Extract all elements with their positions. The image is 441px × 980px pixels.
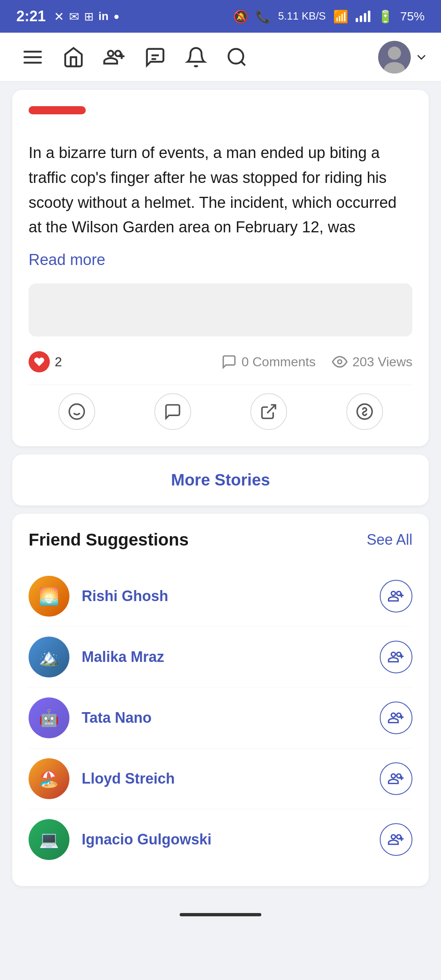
user-profile-button[interactable] — [378, 41, 429, 74]
post-image-placeholder — [29, 283, 412, 336]
add-friend-button-2[interactable] — [380, 641, 412, 673]
status-time: 2:21 — [16, 8, 46, 25]
post-stats: 2 0 Comments 203 Views — [29, 351, 412, 372]
add-friend-button-4[interactable] — [380, 762, 412, 795]
post-card: In a bizarre turn of events, a man ended… — [12, 90, 429, 446]
battery-icon: 🔋 — [378, 9, 393, 24]
status-right-icons: 🔕 📞 5.11 KB/S 📶 🔋 75% — [233, 9, 425, 24]
friend-item: 🏖️ Lloyd Streich — [29, 748, 412, 809]
friend-avatar: 🌅 — [29, 576, 69, 617]
friend-avatar-img: 🏔️ — [29, 637, 69, 677]
read-more-link[interactable]: Read more — [29, 251, 412, 269]
add-friend-button-1[interactable] — [380, 580, 412, 612]
friend-avatar-img: 💻 — [29, 819, 69, 860]
post-body: In a bizarre turn of events, a man ended… — [29, 140, 412, 240]
chat-button[interactable] — [135, 37, 176, 78]
phone-icon: 📞 — [256, 9, 271, 24]
friend-avatar-img: 🤖 — [29, 697, 69, 738]
svg-point-10 — [338, 360, 342, 364]
tip-button[interactable] — [346, 393, 383, 430]
see-all-button[interactable]: See All — [367, 531, 412, 548]
friends-list: 🌅 Rishi Ghosh 🏔️ Malika Mraz — [29, 566, 412, 870]
comments-stat: 0 Comments — [221, 354, 316, 370]
menu-button[interactable] — [12, 37, 53, 78]
comment-button[interactable] — [154, 393, 191, 430]
add-friend-button-5[interactable] — [380, 823, 412, 856]
add-friend-button-3[interactable] — [380, 702, 412, 734]
add-friend-button[interactable] — [94, 37, 135, 78]
svg-point-5 — [229, 49, 243, 63]
friend-item: 🤖 Tata Nano — [29, 688, 412, 748]
post-tag — [29, 106, 86, 114]
views-count: 203 Views — [352, 354, 412, 370]
friend-name: Lloyd Streich — [82, 770, 380, 787]
svg-line-14 — [267, 405, 275, 413]
friend-name: Ignacio Gulgowski — [82, 831, 380, 848]
friend-avatar: 🏖️ — [29, 758, 69, 799]
home-indicator — [0, 902, 441, 927]
more-stories-section: More Stories — [12, 454, 429, 506]
grid-icon: ⊞ — [84, 10, 94, 23]
x-icon: ✕ — [54, 9, 64, 24]
svg-point-8 — [388, 47, 401, 60]
nav-bar — [0, 33, 441, 82]
post-actions — [29, 385, 412, 430]
user-avatar — [378, 41, 411, 74]
linkedin-icon: in — [98, 10, 109, 23]
email-icon: ✉ — [69, 9, 79, 24]
friend-avatar: 🏔️ — [29, 637, 69, 677]
svg-line-6 — [241, 61, 245, 65]
likes-count: 2 — [55, 354, 62, 370]
friend-suggestions-section: Friend Suggestions See All 🌅 Rishi Ghosh… — [12, 514, 429, 886]
battery-level: 75% — [400, 9, 425, 23]
friend-suggestions-header: Friend Suggestions See All — [29, 530, 412, 550]
friend-item: 🏔️ Malika Mraz — [29, 627, 412, 688]
comments-count: 0 Comments — [242, 354, 316, 370]
friend-name: Tata Nano — [82, 709, 380, 726]
friend-avatar-img: 🏖️ — [29, 758, 69, 799]
status-bar: 2:21 ✕ ✉ ⊞ in ● 🔕 📞 5.11 KB/S 📶 🔋 75% — [0, 0, 441, 33]
friend-name: Malika Mraz — [82, 648, 380, 666]
search-button[interactable] — [216, 37, 257, 78]
mute-icon: 🔕 — [233, 9, 248, 24]
emoji-reaction-button[interactable] — [58, 393, 95, 430]
status-icons: ✕ ✉ ⊞ in ● — [54, 9, 119, 24]
friend-suggestions-title: Friend Suggestions — [29, 530, 189, 550]
friend-item: 🌅 Rishi Ghosh — [29, 566, 412, 627]
heart-icon — [29, 351, 50, 372]
chevron-down-icon — [414, 50, 429, 65]
signal-bars — [356, 11, 370, 22]
more-stories-button[interactable]: More Stories — [171, 471, 270, 489]
likes-stat: 2 — [29, 351, 62, 372]
friend-name: Rishi Ghosh — [82, 588, 380, 605]
friend-avatar-img: 🌅 — [29, 576, 69, 617]
friend-avatar: 🤖 — [29, 697, 69, 738]
share-button[interactable] — [250, 393, 287, 430]
svg-point-11 — [69, 404, 84, 419]
speed-label: 5.11 KB/S — [278, 10, 326, 22]
friend-item: 💻 Ignacio Gulgowski — [29, 809, 412, 870]
wifi-icon: 📶 — [333, 9, 348, 24]
home-button[interactable] — [53, 37, 94, 78]
friend-avatar: 💻 — [29, 819, 69, 860]
dot-indicator: ● — [114, 11, 120, 22]
notification-button[interactable] — [176, 37, 216, 78]
views-stat: 203 Views — [332, 354, 412, 370]
home-bar — [180, 913, 261, 916]
